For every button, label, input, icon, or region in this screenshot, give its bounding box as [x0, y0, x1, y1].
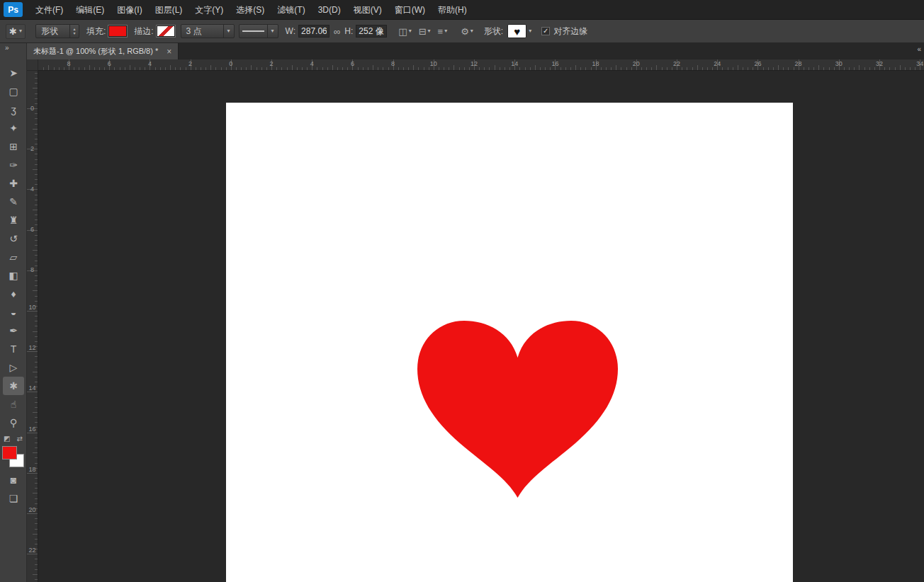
ruler-label: 18 — [586, 60, 606, 67]
ruler-tick — [869, 67, 870, 70]
history-brush-tool[interactable]: ↺ — [0, 229, 27, 248]
document-tab[interactable]: 未标题-1 @ 100% (形状 1, RGB/8) * × — [27, 43, 179, 59]
ruler-tick — [35, 463, 38, 464]
gradient-tool[interactable]: ◧ — [0, 266, 27, 285]
ruler-tick — [84, 67, 85, 70]
custom-shape-tool[interactable]: ✱ — [3, 377, 24, 395]
ruler-tick — [35, 195, 38, 195]
menu-select[interactable]: 选择(S) — [230, 0, 271, 20]
ruler-tick — [768, 67, 769, 70]
ruler-tick — [646, 67, 647, 70]
path-alignment-button[interactable]: ⊟ ▾ — [419, 26, 431, 37]
align-edges-checkbox[interactable]: ✓ 对齐边缘 — [541, 25, 587, 38]
chevron-down-icon[interactable]: ▾ — [223, 25, 234, 38]
ruler-tick — [388, 67, 389, 70]
pen-tool[interactable]: ✒ — [0, 321, 27, 340]
ruler-tick — [33, 169, 38, 170]
ruler-tick — [297, 67, 298, 70]
ruler-tick — [35, 579, 38, 580]
eyedropper-tool[interactable]: ✑ — [0, 156, 27, 174]
document-canvas[interactable] — [226, 103, 793, 582]
clone-stamp-tool[interactable]: ♜ — [0, 211, 27, 229]
tool-preset-picker[interactable]: ✱ ▾ — [6, 24, 26, 39]
brush-tool[interactable]: ✎ — [0, 193, 27, 211]
stroke-width-input[interactable]: 3 点 ▾ — [181, 24, 235, 38]
menu-view[interactable]: 视图(V) — [347, 0, 388, 20]
default-colors-icon[interactable]: ◩ — [4, 435, 10, 443]
ruler-tick — [35, 280, 38, 281]
ruler-tick — [874, 67, 875, 70]
ruler-tick — [429, 67, 429, 70]
ruler-tick — [738, 65, 738, 70]
menu-image[interactable]: 图像(I) — [111, 0, 148, 20]
path-arrange-button[interactable]: ≡ ▾ — [438, 26, 448, 37]
height-input[interactable] — [356, 25, 387, 38]
menu-window[interactable]: 窗口(W) — [388, 0, 432, 20]
tool-mode-select[interactable]: 形状 ▴ ▾ — [35, 24, 79, 38]
foreground-color-swatch[interactable] — [2, 446, 17, 460]
chevron-down-glyph: ▾ — [227, 28, 230, 34]
shape-picker[interactable]: ♥ ▾ — [507, 24, 531, 38]
quick-mask-button[interactable]: ◙ — [0, 471, 27, 489]
geometry-options-button[interactable]: ⚙ ▾ — [461, 26, 473, 37]
vertical-ruler[interactable]: 0246810121416182022 — [27, 71, 38, 582]
chevron-down-icon: ▾ — [471, 28, 473, 34]
path-operations-button[interactable]: ◫ ▾ — [398, 26, 411, 37]
ruler-tick — [408, 67, 409, 70]
menu-help[interactable]: 帮助(H) — [432, 0, 473, 20]
swap-colors-icon[interactable]: ⇄ — [17, 435, 23, 443]
toolbar-collapse-button[interactable]: » — [0, 43, 26, 54]
panel-collapse-button[interactable]: « — [917, 45, 921, 53]
horizontal-ruler[interactable]: 86420246810121416182022242628303234 — [27, 59, 924, 71]
ruler-tick — [35, 93, 38, 94]
heart-shape[interactable] — [416, 321, 619, 499]
ruler-tick — [682, 67, 682, 70]
photoshop-window: Ps 文件(F) 编辑(E) 图像(I) 图层(L) 文字(Y) 选择(S) 滤… — [0, 0, 924, 582]
ruler-tick — [813, 67, 814, 70]
ruler-tick — [342, 67, 343, 70]
chevron-down-icon: ▾ — [444, 28, 447, 34]
stroke-style-select[interactable]: ▾ — [239, 24, 278, 38]
hand-tool[interactable]: ☝ — [0, 395, 27, 413]
link-dimensions-icon[interactable]: ∞ — [334, 26, 340, 37]
blur-tool[interactable]: ♦ — [0, 285, 27, 303]
ruler-tick — [33, 88, 38, 89]
crop-tool[interactable]: ⊞ — [0, 137, 27, 156]
menu-3d[interactable]: 3D(D) — [312, 0, 347, 20]
ruler-tick — [35, 219, 38, 220]
ruler-tick — [35, 184, 38, 185]
width-input[interactable] — [298, 25, 329, 38]
move-tool[interactable]: ➤ — [0, 64, 27, 82]
quick-selection-tool[interactable]: ✦ — [0, 119, 27, 137]
menu-edit[interactable]: 编辑(E) — [69, 0, 111, 20]
menu-layer[interactable]: 图层(L) — [149, 0, 189, 20]
menu-file[interactable]: 文件(F) — [29, 0, 69, 20]
menu-filter[interactable]: 滤镜(T) — [271, 0, 311, 20]
ruler-tick — [656, 65, 657, 70]
rectangular-marquee-tool[interactable]: ▢ — [0, 82, 27, 101]
ruler-tick — [35, 569, 38, 570]
tab-close-icon[interactable]: × — [167, 47, 171, 57]
ruler-tick — [201, 67, 201, 70]
tab-bar: 未标题-1 @ 100% (形状 1, RGB/8) * × « — [27, 43, 924, 59]
ruler-tick — [35, 240, 38, 241]
stroke-color-swatch[interactable] — [157, 25, 175, 37]
canvas-area[interactable] — [38, 71, 924, 582]
screen-mode-button[interactable]: ❏ — [0, 489, 27, 508]
spot-healing-brush-tool[interactable]: ✚ — [0, 174, 27, 193]
document-tab-title: 未标题-1 @ 100% (形状 1, RGB/8) * — [33, 46, 158, 57]
menu-type[interactable]: 文字(Y) — [188, 0, 230, 20]
ruler-label: 6 — [28, 227, 37, 233]
ruler-tick — [35, 78, 38, 79]
dodge-tool[interactable]: ◒ — [0, 303, 27, 321]
ruler-tick — [241, 67, 242, 70]
eraser-tool[interactable]: ▱ — [0, 248, 27, 266]
path-selection-tool[interactable]: ▷ — [0, 358, 27, 377]
zoom-tool[interactable]: ⚲ — [0, 413, 27, 432]
ruler-origin-corner[interactable] — [27, 59, 38, 71]
lasso-tool[interactable]: ʒ — [0, 101, 27, 119]
type-tool[interactable]: T — [0, 340, 27, 358]
chevron-down-icon[interactable]: ▾ — [267, 25, 278, 38]
ruler-tick — [302, 67, 303, 70]
fill-color-swatch[interactable] — [108, 25, 127, 37]
